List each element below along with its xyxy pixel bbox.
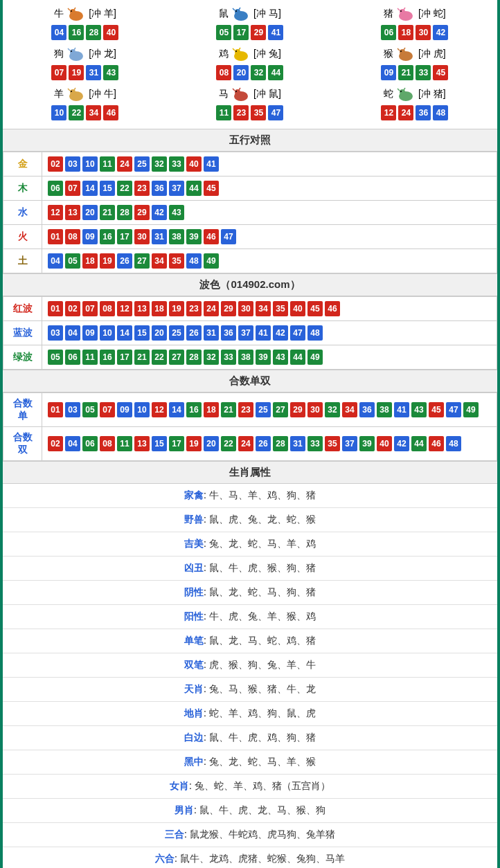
number-ball: 37 [169,181,184,196]
attribute-row: 地肖: 蛇、羊、鸡、狗、鼠、虎 [3,702,497,726]
number-ball: 46 [103,105,118,120]
number-ball: 39 [359,436,375,451]
section-header-shengxiao: 生肖属性 [3,461,497,484]
number-ball: 06 [48,181,63,196]
rooster-icon [230,46,252,62]
number-ball: 35 [325,436,340,451]
attribute-value: 鼠牛、龙鸡、虎猪、蛇猴、兔狗、马羊 [180,853,345,864]
number-ball: 19 [69,65,84,80]
svg-point-17 [400,51,402,52]
number-ball: 24 [117,156,132,172]
number-ball: 40 [186,156,202,172]
row-label: 蓝波 [3,321,42,345]
number-ball: 16 [69,25,84,40]
zodiac-name: 鸡 [219,48,229,60]
number-ball: 35 [169,253,184,269]
row-balls: 0102070812131819232429303435404546 [42,297,497,321]
number-ball: 17 [117,350,132,365]
number-ball: 49 [307,350,323,365]
section-header-wuxing: 五行对照 [3,129,497,152]
number-ball: 06 [381,25,396,40]
number-ball: 18 [398,25,413,40]
zodiac-clash: [冲 龙] [89,48,116,60]
number-ball: 10 [51,105,66,120]
row-label: 绿波 [3,345,42,370]
svg-point-25 [400,89,405,95]
number-ball: 16 [100,229,115,244]
svg-point-1 [70,9,75,15]
number-ball: 17 [117,229,132,244]
zodiac-cell: 狗[冲 龙]07193143 [3,43,168,83]
svg-point-16 [400,49,405,55]
zodiac-cell: 马[冲 鼠]11233547 [168,83,332,123]
attribute-label: 单笔 [184,635,204,646]
number-ball: 31 [86,65,101,80]
number-ball: 47 [290,325,305,341]
number-ball: 36 [416,105,431,120]
number-ball: 44 [411,436,427,451]
zodiac-head: 马[冲 鼠] [219,86,281,102]
number-ball: 30 [134,229,150,244]
number-ball: 44 [186,181,202,196]
bose-table: 红波0102070812131819232429303435404546蓝波03… [3,296,497,370]
number-ball: 14 [82,181,98,196]
number-ball: 41 [394,402,409,417]
table-row: 绿波05061116172122272832333839434449 [3,345,497,370]
svg-point-11 [71,51,72,52]
zodiac-clash: [冲 蛇] [418,8,446,20]
attribute-label: 六合 [155,853,175,864]
number-ball: 32 [204,350,219,365]
zodiac-name: 猴 [384,48,393,60]
number-ball: 40 [103,25,118,40]
ball-row: 10223446 [51,105,118,120]
ball-row: 08203244 [216,65,283,80]
heshu-table: 合数单0103050709101214161821232527293032343… [3,392,497,461]
ball-row: 1213202128294243 [48,205,491,220]
number-ball: 28 [186,350,202,365]
number-ball: 33 [307,436,323,451]
number-ball: 11 [117,436,132,451]
attribute-label: 凶丑 [184,562,204,573]
number-ball: 32 [251,65,266,80]
number-ball: 11 [100,156,115,172]
attribute-row: 阴性: 鼠、龙、蛇、马、狗、猪 [3,581,497,605]
svg-point-5 [235,10,237,12]
number-ball: 25 [169,325,184,341]
number-ball: 31 [204,325,219,341]
attribute-label: 女肖 [170,780,189,791]
number-ball: 48 [307,325,323,341]
attribute-row: 凶丑: 鼠、牛、虎、猴、狗、猪 [3,557,497,581]
attribute-list: 家禽: 牛、马、羊、鸡、狗、猪野兽: 鼠、虎、兔、龙、蛇、猴吉美: 兔、龙、蛇、… [3,484,497,868]
number-ball: 01 [48,402,63,417]
zodiac-name: 猪 [384,8,393,20]
svg-point-14 [235,51,237,52]
number-ball: 08 [65,229,80,244]
number-ball: 31 [152,229,167,244]
attribute-value: 鼠、牛、虎、鸡、狗、猪 [209,732,316,743]
attribute-label: 家禽 [184,489,204,500]
page-frame: 牛[冲 羊]04162840鼠[冲 马]05172941猪[冲 蛇]061830… [0,0,500,868]
ball-row: 07193143 [51,65,118,80]
attribute-row: 天肖: 兔、马、猴、猪、牛、龙 [3,678,497,702]
number-ball: 10 [82,156,98,172]
number-ball: 31 [290,436,305,451]
svg-point-22 [235,89,240,95]
number-ball: 20 [152,325,167,341]
number-ball: 19 [186,436,202,451]
number-ball: 14 [117,325,132,341]
number-ball: 04 [51,25,66,40]
zodiac-head: 猴[冲 虎] [384,46,446,62]
zodiac-head: 鸡[冲 兔] [219,46,281,62]
zodiac-cell: 猪[冲 蛇]06183042 [332,3,497,43]
number-ball: 23 [186,301,202,316]
number-ball: 12 [117,301,132,316]
number-ball: 46 [204,229,219,244]
number-ball: 45 [307,301,323,316]
number-ball: 47 [446,402,461,417]
table-row: 蓝波03040910141520252631363741424748 [3,321,497,345]
attribute-value: 鼠、龙、马、蛇、鸡、猪 [209,635,316,646]
number-ball: 09 [82,325,98,341]
number-ball: 02 [65,301,80,316]
number-ball: 43 [411,402,427,417]
number-ball: 17 [169,436,184,451]
